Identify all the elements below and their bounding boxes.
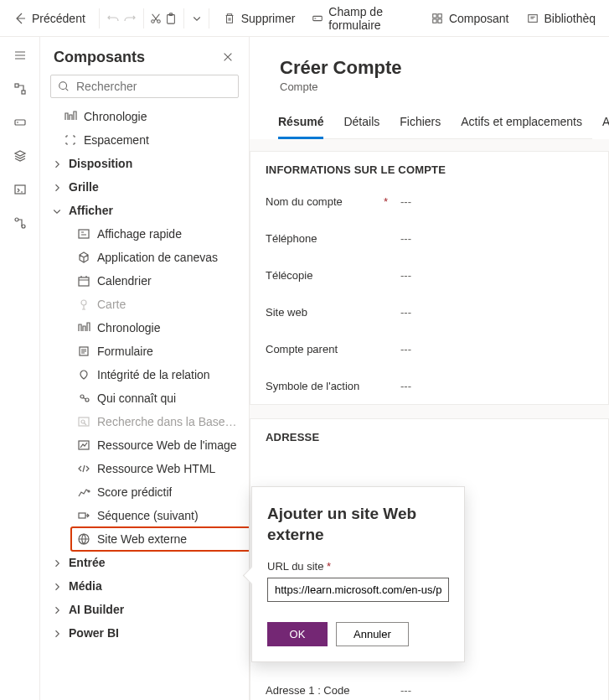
top-toolbar: Précédent Supprimer Champ de formulaire … xyxy=(0,0,609,37)
flow-icon[interactable] xyxy=(12,215,28,231)
svg-point-24 xyxy=(81,420,85,423)
library-button[interactable]: Bibliothèq xyxy=(519,8,603,29)
tab-ass[interactable]: Ass xyxy=(602,110,609,138)
back-button[interactable]: Précédent xyxy=(7,8,92,29)
popover-title: Ajouter un site Web externe xyxy=(267,504,449,545)
formfield-button[interactable]: Champ de formulaire xyxy=(305,2,421,35)
tree-group-disposition[interactable]: Disposition xyxy=(40,152,249,175)
tree-item-site-web-externe[interactable]: Site Web externe xyxy=(40,527,249,551)
left-rail xyxy=(0,37,40,700)
undo-icon[interactable] xyxy=(106,12,120,25)
tree-item-carte[interactable]: Carte xyxy=(40,293,249,316)
field-row[interactable]: Compte parent--- xyxy=(250,330,608,367)
tree-item-s-quence-suivant-[interactable]: Séquence (suivant) xyxy=(40,504,249,527)
tree-item-chronologie[interactable]: Chronologie xyxy=(40,105,249,128)
tree-item-qui-conna-t-qui[interactable]: Qui connaît qui xyxy=(40,386,249,410)
tree-item-espacement[interactable]: Espacement xyxy=(40,128,249,152)
field-row[interactable]: Télécopie--- xyxy=(250,257,608,293)
hamburger-icon[interactable] xyxy=(12,47,28,64)
field-row[interactable]: Téléphone--- xyxy=(250,220,608,257)
svg-rect-2 xyxy=(168,14,175,23)
field-label: Symbole de l'action xyxy=(266,380,379,392)
component-button[interactable]: Composant xyxy=(424,8,516,29)
svg-rect-23 xyxy=(79,417,89,426)
tree-item-application-de-canevas[interactable]: Application de canevas xyxy=(40,246,249,269)
item-icon xyxy=(77,462,90,475)
tree-item-chronologie[interactable]: Chronologie xyxy=(40,316,249,340)
tree-item-recherche-dans-la-base-de-connais-[interactable]: Recherche dans la Base de connais... xyxy=(40,410,249,433)
tree-item-affichage-rapide[interactable]: Affichage rapide xyxy=(40,222,249,246)
field-row[interactable]: Symbole de l'action--- xyxy=(250,367,608,404)
svg-rect-17 xyxy=(79,230,89,238)
svg-point-1 xyxy=(157,19,161,23)
tree-group-afficher[interactable]: Afficher xyxy=(40,199,249,222)
tab-actifs et emplacements[interactable]: Actifs et emplacements xyxy=(461,110,582,138)
add-external-website-popover: Ajouter un site Web externe URL du site … xyxy=(251,486,465,662)
svg-rect-27 xyxy=(79,513,85,518)
required-marker: * xyxy=(384,195,392,208)
tree-item-score-pr-dictif[interactable]: Score prédictif xyxy=(40,480,249,504)
item-icon xyxy=(77,415,90,428)
tabs: RésuméDétailsFichiersActifs et emplaceme… xyxy=(278,110,592,139)
chevron-right-icon xyxy=(52,604,62,614)
back-label: Précédent xyxy=(32,12,85,25)
tree-group-grille[interactable]: Grille xyxy=(40,175,249,199)
page-title: Créer Compte xyxy=(280,57,592,79)
chevron-right-icon xyxy=(52,182,62,192)
item-icon xyxy=(77,391,90,405)
tree-group-media[interactable]: Média xyxy=(40,574,249,598)
field-row[interactable]: Nom du compte*--- xyxy=(250,183,608,220)
item-icon xyxy=(77,227,90,241)
tree-item-calendrier[interactable]: Calendrier xyxy=(40,269,249,293)
field-label: Adresse 1 : Code xyxy=(266,684,379,697)
field-label: Compte parent xyxy=(266,343,379,355)
component-icon xyxy=(431,12,444,25)
svg-rect-18 xyxy=(79,277,89,286)
layers-icon[interactable] xyxy=(12,148,28,164)
item-icon xyxy=(77,368,90,381)
tab-détails[interactable]: Détails xyxy=(343,110,379,138)
chevron-down-icon[interactable] xyxy=(191,12,202,25)
field-label: Site web xyxy=(266,306,379,319)
code-rail-icon[interactable] xyxy=(12,181,28,198)
tree-icon[interactable] xyxy=(12,80,28,97)
svg-rect-11 xyxy=(22,91,25,94)
field-label: Nom du compte xyxy=(266,195,379,208)
required-asterisk: * xyxy=(327,560,331,573)
components-panel: Composants ChronologieEspacementDisposit… xyxy=(40,37,250,700)
field-row[interactable]: Adresse 1 : Code--- xyxy=(250,671,608,700)
tab-résumé[interactable]: Résumé xyxy=(278,110,323,139)
delete-button[interactable]: Supprimer xyxy=(216,8,302,29)
svg-rect-12 xyxy=(15,120,25,125)
svg-rect-6 xyxy=(438,13,441,17)
chevron-right-icon xyxy=(52,581,62,591)
tab-fichiers[interactable]: Fichiers xyxy=(400,110,441,138)
tree-group-aibuilder[interactable]: AI Builder xyxy=(40,598,249,621)
svg-rect-4 xyxy=(313,16,323,20)
tree-group-entree[interactable]: Entrée xyxy=(40,551,249,574)
tree-item-ressource-web-html[interactable]: Ressource Web HTML xyxy=(40,457,249,480)
arrow-left-icon xyxy=(13,12,27,25)
cut-icon[interactable] xyxy=(150,12,162,25)
redo-icon[interactable] xyxy=(123,12,137,25)
chevron-right-icon xyxy=(52,557,62,568)
cancel-button[interactable]: Annuler xyxy=(336,622,409,646)
item-icon xyxy=(77,298,90,311)
search-input[interactable] xyxy=(50,75,239,98)
tree-item-int-grit-de-la-relation[interactable]: Intégrité de la relation xyxy=(40,363,249,386)
field-row[interactable]: Site web--- xyxy=(250,293,608,330)
separator xyxy=(209,8,209,29)
ok-button[interactable]: OK xyxy=(267,622,328,646)
svg-rect-13 xyxy=(15,185,25,194)
paste-icon[interactable] xyxy=(165,12,177,25)
tree-group-powerbi[interactable]: Power BI xyxy=(40,621,249,645)
library-icon xyxy=(526,12,539,25)
tree-item-ressource-web-de-l-image[interactable]: Ressource Web de l'image xyxy=(40,433,249,457)
section-account-info: INFORMATIONS SUR LE COMPTE Nom du compte… xyxy=(250,151,609,405)
tree-item-formulaire[interactable]: Formulaire xyxy=(40,340,249,363)
site-url-input[interactable] xyxy=(267,578,449,602)
item-icon xyxy=(77,532,90,546)
form-rail-icon[interactable] xyxy=(12,114,28,131)
close-icon[interactable] xyxy=(222,51,235,65)
search-field[interactable] xyxy=(76,80,231,93)
